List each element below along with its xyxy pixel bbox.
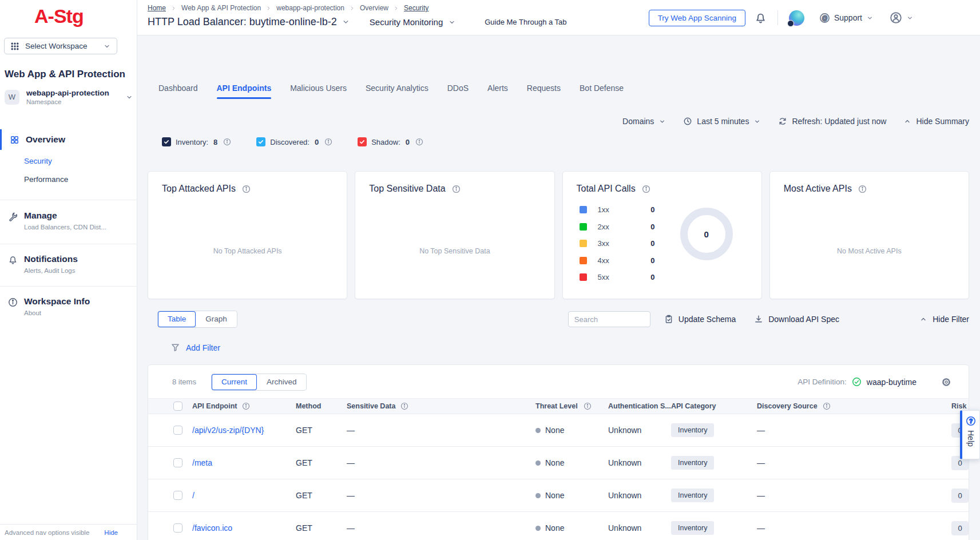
info-icon[interactable] xyxy=(858,185,867,193)
shadow-checkbox[interactable] xyxy=(358,137,367,146)
tab-api-endpoints[interactable]: API Endpoints xyxy=(217,84,272,99)
tab-alerts[interactable]: Alerts xyxy=(487,84,508,99)
hide-filter-toggle[interactable]: Hide Filter xyxy=(919,315,969,324)
col-authentication[interactable]: Authentication S... xyxy=(608,402,671,410)
refresh-status: Refresh: Updated just now xyxy=(792,117,886,126)
info-icon[interactable] xyxy=(223,138,231,146)
endpoint-link[interactable]: /favicon.ico xyxy=(192,523,232,533)
tab-ddos[interactable]: DDoS xyxy=(447,84,469,99)
update-schema-button[interactable]: Update Schema xyxy=(664,315,736,324)
row-checkbox[interactable] xyxy=(173,426,182,435)
info-icon[interactable] xyxy=(242,402,250,410)
tab-bot-defense[interactable]: Bot Defense xyxy=(580,84,624,99)
inventory-chip: Inventory xyxy=(671,521,714,535)
archived-tab[interactable]: Archived xyxy=(257,374,307,390)
breadcrumb-item[interactable]: webapp-api-protection xyxy=(276,4,344,12)
breadcrumb-item[interactable]: Web App & API Protection xyxy=(181,4,261,12)
col-method[interactable]: Method xyxy=(296,402,347,410)
inventory-checkbox[interactable] xyxy=(162,137,171,146)
sidebar-item-performance[interactable]: Performance xyxy=(24,175,68,184)
chevron-down-icon[interactable] xyxy=(342,18,350,26)
info-icon[interactable] xyxy=(242,185,251,193)
sidebar-item-workspace-info[interactable]: Workspace Info About xyxy=(0,291,137,322)
wrench-icon xyxy=(8,212,18,221)
col-threat-level[interactable]: Threat Level xyxy=(535,402,578,410)
info-icon[interactable] xyxy=(584,402,592,410)
clock-icon xyxy=(683,117,692,126)
current-tab[interactable]: Current xyxy=(212,374,257,390)
help-tab[interactable]: Help xyxy=(960,410,980,459)
info-icon[interactable] xyxy=(823,402,831,410)
api-endpoints-table: 8 items Current Archived API Definition:… xyxy=(148,364,969,540)
add-filter-button[interactable]: Add Filter xyxy=(170,343,220,352)
refresh-button[interactable]: Refresh: Updated just now xyxy=(778,117,886,126)
time-range-dropdown[interactable]: Last 5 minutes xyxy=(683,117,761,126)
endpoint-link[interactable]: / xyxy=(192,491,195,500)
view-table-button[interactable]: Table xyxy=(158,311,196,327)
divider xyxy=(777,10,778,25)
threat-dot xyxy=(535,460,541,466)
legend-swatch-3xx xyxy=(580,240,587,247)
hide-nav-options-link[interactable]: Hide xyxy=(104,529,118,536)
status-code-legend: 1xx0 2xx0 3xx0 4xx0 5xx0 xyxy=(580,201,655,286)
tab-requests[interactable]: Requests xyxy=(527,84,561,99)
sidebar-item-notifications[interactable]: Notifications Alerts, Audit Logs xyxy=(0,248,137,280)
info-icon[interactable] xyxy=(400,402,408,410)
workspace-selector[interactable]: Select Workspace xyxy=(4,38,117,54)
domains-dropdown[interactable]: Domains xyxy=(622,117,666,126)
col-sensitive-data[interactable]: Sensitive Data xyxy=(347,402,395,410)
col-discovery-source[interactable]: Discovery Source xyxy=(757,402,818,410)
user-menu[interactable] xyxy=(890,11,914,24)
api-definition-value[interactable]: waap-buytime xyxy=(867,378,916,387)
sidebar-item-overview[interactable]: Overview xyxy=(0,129,137,150)
method-value: GET xyxy=(296,491,347,500)
sidebar-item-label: Manage xyxy=(24,211,106,221)
info-icon[interactable] xyxy=(415,138,423,146)
legend-value: 0 xyxy=(650,273,654,281)
gear-icon[interactable] xyxy=(941,377,951,387)
col-api-category[interactable]: API Category xyxy=(671,402,757,410)
time-range-label: Last 5 minutes xyxy=(697,117,749,126)
namespace-selector[interactable]: W webapp-api-protection Namespace xyxy=(5,89,133,105)
select-all-checkbox[interactable] xyxy=(173,402,182,411)
tab-security-analytics[interactable]: Security Analytics xyxy=(366,84,428,99)
info-icon xyxy=(8,297,18,307)
endpoint-link[interactable]: /api/v2/us-zip/{DYN} xyxy=(192,426,264,435)
support-menu[interactable]: Support xyxy=(819,13,874,23)
avatar[interactable] xyxy=(789,10,804,26)
monitoring-mode-select[interactable]: Security Monitoring xyxy=(370,17,456,27)
download-api-spec-button[interactable]: Download API Spec xyxy=(754,315,839,324)
discovery-source-value: — xyxy=(757,523,951,533)
info-icon[interactable] xyxy=(324,138,332,146)
col-risk[interactable]: Risk xyxy=(951,402,969,410)
notifications-bell-icon[interactable] xyxy=(755,12,767,24)
info-icon[interactable] xyxy=(642,185,650,193)
legend-swatch-1xx xyxy=(580,206,587,213)
discovered-label: Discovered: xyxy=(270,138,310,146)
view-graph-button[interactable]: Graph xyxy=(196,311,237,327)
chevron-down-icon xyxy=(658,118,666,125)
hide-summary-toggle[interactable]: Hide Summary xyxy=(903,117,969,126)
api-category-value: Inventory xyxy=(671,489,757,502)
col-api-endpoint[interactable]: API Endpoint xyxy=(192,402,237,410)
try-web-app-scanning-button[interactable]: Try Web App Scanning xyxy=(649,10,745,26)
search-input[interactable] xyxy=(568,311,650,327)
row-checkbox[interactable] xyxy=(173,458,182,467)
bell-icon xyxy=(8,255,18,265)
discovered-checkbox[interactable] xyxy=(256,137,265,146)
tab-dashboard[interactable]: Dashboard xyxy=(158,84,198,99)
row-checkbox[interactable] xyxy=(173,491,182,500)
breadcrumb-home[interactable]: Home xyxy=(148,4,166,12)
breadcrumb-item[interactable]: Overview xyxy=(360,4,388,12)
guide-me-link[interactable]: Guide Me Through a Tab xyxy=(485,18,566,26)
inventory-count: 8 xyxy=(213,138,217,146)
sidebar-item-manage[interactable]: Manage Load Balancers, CDN Dist... xyxy=(0,205,137,236)
chevron-right-icon xyxy=(349,5,355,11)
breadcrumb-current[interactable]: Security xyxy=(404,4,428,12)
endpoint-link[interactable]: /meta xyxy=(192,458,212,467)
threat-dot xyxy=(535,526,541,531)
sidebar-item-security[interactable]: Security xyxy=(24,157,52,165)
row-checkbox[interactable] xyxy=(173,523,182,533)
info-icon[interactable] xyxy=(452,185,461,193)
tab-malicious-users[interactable]: Malicious Users xyxy=(290,84,347,99)
